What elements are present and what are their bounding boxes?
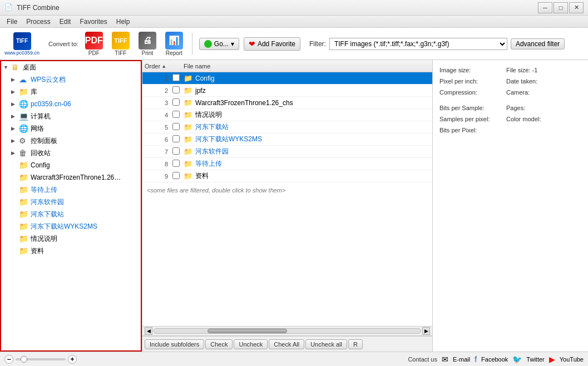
include-subfolders-button[interactable]: Include subfolders xyxy=(145,339,204,349)
advanced-filter-button[interactable]: Advanced filter xyxy=(511,38,565,50)
col-filename-header[interactable]: File name xyxy=(184,63,430,70)
file-row[interactable]: 7 📁 河东软件园 xyxy=(142,146,432,158)
print-button[interactable]: 🖨 Print xyxy=(136,31,159,57)
email-link[interactable]: E-mail xyxy=(453,356,470,363)
folder-icon: 📁 xyxy=(184,74,194,83)
horizontal-scrollbar[interactable]: ◀ ▶ xyxy=(142,326,432,336)
scroll-right-button[interactable]: ▶ xyxy=(422,327,430,335)
file-row[interactable]: 5 📁 河东下载站 xyxy=(142,121,432,133)
file-checkbox[interactable] xyxy=(172,172,184,181)
tree-item-config[interactable]: 📁 Config xyxy=(1,159,141,171)
file-row[interactable]: 2 📁 jpfz xyxy=(142,85,432,97)
zoom-slider[interactable] xyxy=(16,358,66,360)
minimize-button[interactable]: ─ xyxy=(538,2,552,13)
file-row[interactable]: 9 📁 资料 xyxy=(142,170,432,182)
zoom-plus-button[interactable]: + xyxy=(68,355,77,364)
tree-item-hedong-wyks[interactable]: 📁 河东下载站WYKS2MS xyxy=(1,220,141,233)
go-button[interactable]: Go... ▾ xyxy=(199,38,239,50)
twitter-icon: 🐦 xyxy=(512,355,522,364)
uncheck-button[interactable]: Uncheck xyxy=(234,339,268,349)
tree-item-hedong-dl[interactable]: 📁 河东下载站 xyxy=(1,208,141,220)
file-checkbox[interactable] xyxy=(172,98,184,107)
menu-edit[interactable]: Edit xyxy=(55,17,76,27)
file-name: 等待上传 xyxy=(195,159,430,169)
go-label: Go... xyxy=(214,40,229,48)
uncheck-all-button[interactable]: Uncheck all xyxy=(305,339,347,349)
tree-item-waiting[interactable]: 📁 等待上传 xyxy=(1,184,141,196)
tree-item-hedong-soft[interactable]: 📁 河东软件园 xyxy=(1,196,141,208)
file-order: 2 xyxy=(145,87,172,94)
add-favorite-button[interactable]: ❤ Add Favorite xyxy=(244,37,300,51)
tiff-icon: TIFF xyxy=(112,32,130,50)
tree-label: Config xyxy=(31,161,50,169)
tree-item-wps[interactable]: ▶ ☁ WPS云文档 xyxy=(1,73,141,86)
contact-us-link[interactable]: Contact us xyxy=(408,356,437,363)
file-checkbox[interactable] xyxy=(172,111,184,120)
tree-item-warcraft[interactable]: 📁 Warcraft3FrozenThrone1.26_ch... xyxy=(1,171,141,184)
menu-favorites[interactable]: Favorites xyxy=(75,17,111,27)
tree-item-data[interactable]: 📁 资料 xyxy=(1,245,141,257)
filtered-message[interactable]: <some files are filtered, double click t… xyxy=(142,182,432,198)
menu-file[interactable]: File xyxy=(2,17,22,27)
tiff-button[interactable]: TIFF TIFF xyxy=(110,31,132,57)
r-button[interactable]: R xyxy=(348,339,363,349)
tree-item-trash[interactable]: ▶ 🗑 回收站 xyxy=(1,147,141,159)
youtube-link[interactable]: YouTube xyxy=(560,356,584,363)
bits-pixel-label: Bits per Pixel: xyxy=(439,127,506,133)
tree-item-desktop[interactable]: ▼ 🖥 桌面 xyxy=(1,61,141,73)
file-checkbox[interactable] xyxy=(172,74,184,83)
col-order-header[interactable]: Order ▲ xyxy=(145,63,172,70)
tree-label: 情况说明 xyxy=(31,234,57,244)
file-checkbox[interactable] xyxy=(172,160,184,169)
scrollbar-track[interactable] xyxy=(154,328,421,334)
folder-icon: 📁 xyxy=(19,87,29,96)
expand-arrow: ▶ xyxy=(11,150,19,156)
file-row[interactable]: 8 📁 等待上传 xyxy=(142,158,432,170)
report-icon: 📊 xyxy=(165,32,183,50)
maximize-button[interactable]: □ xyxy=(554,2,568,13)
desktop-icon: 🖥 xyxy=(11,63,21,72)
info-panel: Image size: File size: -1 Pixel per inch… xyxy=(432,60,588,352)
tree-item-situation[interactable]: 📁 情况说明 xyxy=(1,233,141,245)
tree-label: 库 xyxy=(31,87,37,97)
close-button[interactable]: ✕ xyxy=(569,2,584,13)
scrollbar-thumb[interactable] xyxy=(207,329,288,333)
tree-item-computer[interactable]: ▶ 💻 计算机 xyxy=(1,110,141,122)
trash-icon: 🗑 xyxy=(19,149,29,157)
file-checkbox[interactable] xyxy=(172,147,184,156)
computer-icon: 💻 xyxy=(19,112,29,121)
check-all-button[interactable]: Check All xyxy=(269,339,304,349)
scroll-left-button[interactable]: ◀ xyxy=(145,327,152,335)
facebook-link[interactable]: Facebook xyxy=(481,356,508,363)
file-row[interactable]: 1 📁 Config xyxy=(142,72,432,85)
filter-select[interactable]: TIFF images (*.tif;*.tiff;*.fax;*.g3n;*.… xyxy=(329,38,507,50)
tree-item-network[interactable]: ▶ 🌐 网络 xyxy=(1,122,141,135)
folder-icon: 📁 xyxy=(19,197,29,206)
statusbar: − + Contact us ✉ E-mail f Facebook 🐦 Twi… xyxy=(0,352,588,366)
info-pixel-row: Pixel per inch: Date taken: xyxy=(439,78,581,85)
file-row[interactable]: 3 📁 Warcraft3FrozenThrone1.26_chs xyxy=(142,97,432,109)
report-button[interactable]: 📊 Report xyxy=(163,31,185,57)
file-checkbox[interactable] xyxy=(172,123,184,132)
report-label: Report xyxy=(166,50,182,56)
file-checkbox[interactable] xyxy=(172,86,184,95)
file-checkbox[interactable] xyxy=(172,135,184,144)
file-row[interactable]: 4 📁 情况说明 xyxy=(142,109,432,121)
bits-sample-value: Pages: xyxy=(506,105,581,111)
menu-help[interactable]: Help xyxy=(112,17,135,27)
check-button[interactable]: Check xyxy=(205,339,233,349)
tree-item-pc0359[interactable]: ▶ 🌐 pc0359.cn-06 xyxy=(1,98,141,110)
tree-item-control[interactable]: ▶ ⚙ 控制面板 xyxy=(1,135,141,147)
zoom-thumb[interactable] xyxy=(21,356,27,363)
filename-label: File name xyxy=(184,63,210,70)
menu-process[interactable]: Process xyxy=(22,17,55,27)
file-size-value: -1 xyxy=(532,67,537,73)
tree-item-lib[interactable]: ▶ 📁 库 xyxy=(1,86,141,98)
pdf-button[interactable]: PDF PDF xyxy=(83,31,105,57)
file-row[interactable]: 6 📁 河东下载站WYKS2MS xyxy=(142,133,432,146)
twitter-link[interactable]: Twitter xyxy=(526,356,544,363)
tree-label: 资料 xyxy=(31,246,44,256)
tree-label: WPS云文档 xyxy=(31,75,66,85)
zoom-control: − + xyxy=(4,355,77,364)
zoom-minus-button[interactable]: − xyxy=(4,355,13,364)
